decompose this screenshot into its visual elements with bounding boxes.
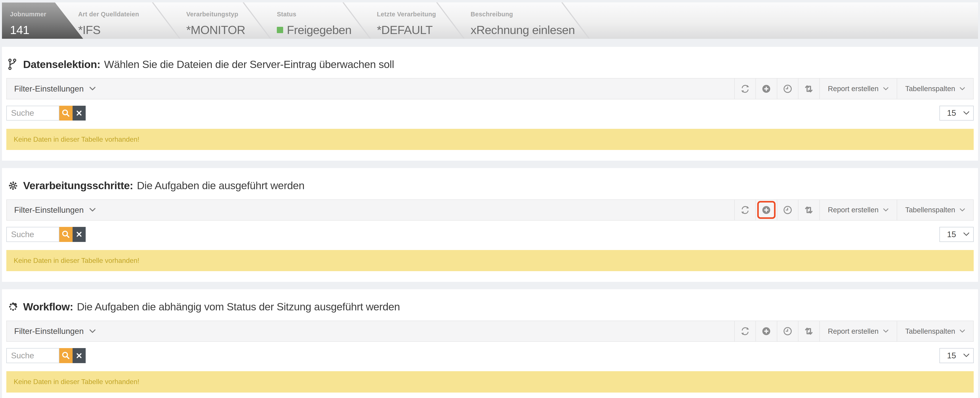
page-size-value: 15	[940, 351, 963, 360]
toolbar-spacer	[96, 321, 734, 341]
transfer-icon	[804, 84, 813, 94]
chevron-down-icon	[883, 330, 889, 333]
gear-icon	[8, 180, 18, 191]
empty-table-message: Keine Daten in dieser Tabelle vorhanden!	[6, 371, 974, 392]
search-input[interactable]	[6, 348, 59, 363]
search-button[interactable]	[59, 106, 72, 121]
section-description: Die Aufgaben die abhängig vom Status der…	[77, 301, 400, 313]
spinner-icon	[8, 301, 18, 312]
chevron-down-icon	[959, 87, 965, 91]
tabellenspalten-dropdown[interactable]: Tabellenspalten	[897, 78, 974, 99]
filter-settings-label: Filter-Einstellungen	[14, 326, 84, 336]
job-info-ribbon: Jobnummer 141 Art der Quelldateien *IFS …	[2, 2, 978, 38]
transfer-icon	[804, 326, 813, 336]
page-size-select[interactable]: 15	[939, 348, 974, 363]
search-row: 15	[6, 106, 974, 121]
chevron-down-icon	[89, 329, 96, 333]
add-button[interactable]	[756, 78, 776, 99]
refresh-button[interactable]	[734, 78, 756, 99]
history-button[interactable]	[777, 321, 798, 341]
transfer-icon	[804, 205, 813, 215]
search-icon	[62, 109, 70, 118]
section-verarbeitungsschritte: Verarbeitungsschritte: Die Aufgaben die …	[2, 168, 978, 282]
tab-value: *DEFAULT	[377, 23, 433, 37]
clock-icon	[783, 326, 792, 336]
tab-value: xRechnung einlesen	[471, 23, 575, 37]
page: Jobnummer 141 Art der Quelldateien *IFS …	[0, 0, 980, 398]
filter-settings-dropdown[interactable]: Filter-Einstellungen	[7, 200, 96, 220]
search-icon	[62, 351, 70, 360]
filter-settings-label: Filter-Einstellungen	[14, 205, 84, 215]
chevron-down-icon	[883, 87, 889, 91]
code-fork-icon	[8, 59, 18, 70]
tab-separator	[436, 2, 465, 38]
chevron-down-icon	[89, 86, 96, 91]
transfer-button[interactable]	[798, 200, 819, 220]
clear-search-button[interactable]	[73, 227, 86, 242]
report-erstellen-dropdown[interactable]: Report erstellen	[819, 78, 897, 99]
tabellenspalten-dropdown[interactable]: Tabellenspalten	[897, 200, 974, 220]
chevron-down-icon	[883, 208, 889, 212]
tab-label: Letzte Verarbeitung	[377, 11, 436, 18]
section-title-text: Workflow:	[23, 301, 73, 313]
page-size-select[interactable]: 15	[939, 227, 974, 242]
close-icon	[76, 352, 83, 359]
close-icon	[76, 231, 83, 238]
toolbar: Filter-Einstellungen Report erstellen T	[6, 78, 974, 99]
tab-label: Beschreibung	[471, 11, 513, 18]
tab-separator	[243, 2, 271, 38]
tabellenspalten-label: Tabellenspalten	[905, 206, 955, 214]
chevron-down-icon	[963, 232, 969, 237]
search-button[interactable]	[59, 348, 72, 363]
report-erstellen-label: Report erstellen	[828, 206, 879, 214]
chevron-down-icon	[959, 330, 965, 333]
filter-settings-label: Filter-Einstellungen	[14, 84, 84, 94]
search-input[interactable]	[6, 227, 59, 242]
refresh-button[interactable]	[734, 321, 756, 341]
refresh-icon	[740, 205, 750, 215]
empty-table-message: Keine Daten in dieser Tabelle vorhanden!	[6, 129, 974, 150]
search-input[interactable]	[6, 106, 59, 121]
add-icon	[762, 84, 771, 94]
tabellenspalten-label: Tabellenspalten	[905, 327, 955, 336]
report-erstellen-dropdown[interactable]: Report erstellen	[819, 200, 897, 220]
add-icon	[762, 205, 771, 215]
chevron-down-icon	[89, 208, 96, 212]
clear-search-button[interactable]	[73, 348, 86, 363]
refresh-icon	[740, 84, 750, 94]
tabellenspalten-label: Tabellenspalten	[905, 84, 955, 93]
toolbar-spacer	[96, 78, 734, 99]
report-erstellen-label: Report erstellen	[828, 84, 879, 93]
section-title-text: Verarbeitungsschritte:	[23, 179, 133, 192]
add-icon	[762, 326, 771, 336]
refresh-button[interactable]	[734, 200, 756, 220]
toolbar: Filter-Einstellungen Report erstellen T	[6, 321, 974, 342]
report-erstellen-label: Report erstellen	[828, 327, 879, 336]
filter-settings-dropdown[interactable]: Filter-Einstellungen	[7, 321, 96, 341]
add-button[interactable]	[756, 321, 776, 341]
tabellenspalten-dropdown[interactable]: Tabellenspalten	[897, 321, 974, 341]
clear-search-button[interactable]	[73, 106, 86, 121]
section-workflow: Workflow: Die Aufgaben die abhängig vom …	[2, 289, 978, 398]
transfer-button[interactable]	[798, 78, 819, 99]
page-size-select[interactable]: 15	[939, 106, 974, 121]
search-row: 15	[6, 227, 974, 242]
search-button[interactable]	[59, 227, 72, 242]
tab-separator	[152, 2, 180, 38]
history-button[interactable]	[777, 200, 798, 220]
section-description: Die Aufgaben die ausgeführt werden	[137, 179, 304, 192]
tab-label: Status	[277, 11, 296, 18]
tab-value: *IFS	[78, 23, 100, 37]
add-button-highlighted[interactable]	[756, 200, 776, 220]
tab-label: Art der Quelldateien	[78, 11, 139, 18]
chevron-down-icon	[963, 353, 969, 358]
section-title: Verarbeitungsschritte: Die Aufgaben die …	[8, 179, 972, 192]
section-title: Workflow: Die Aufgaben die abhängig vom …	[8, 301, 972, 313]
search-icon	[62, 230, 70, 239]
toolbar-spacer	[96, 200, 734, 220]
filter-settings-dropdown[interactable]: Filter-Einstellungen	[7, 78, 96, 99]
history-button[interactable]	[777, 78, 798, 99]
empty-table-message: Keine Daten in dieser Tabelle vorhanden!	[6, 250, 974, 271]
transfer-button[interactable]	[798, 321, 819, 341]
report-erstellen-dropdown[interactable]: Report erstellen	[819, 321, 897, 341]
